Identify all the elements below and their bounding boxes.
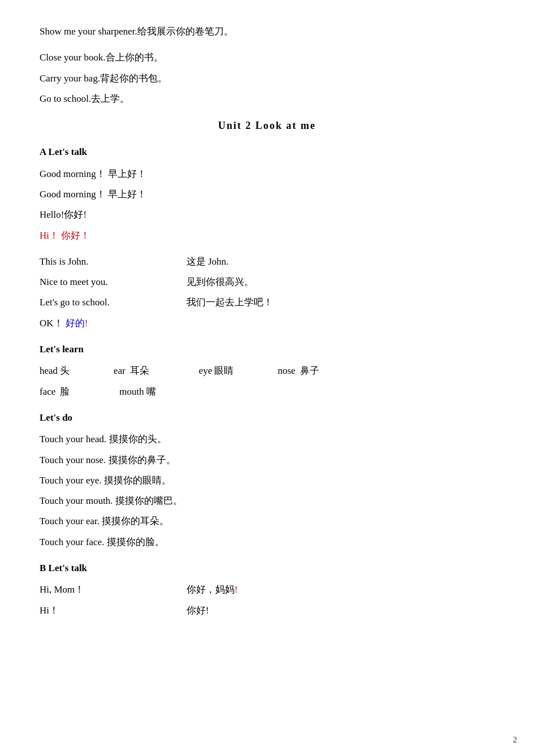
lets-go-zh: 我们一起去上学吧！ (186, 297, 273, 308)
this-is-zh: 这是 John. (186, 256, 229, 267)
touch-ear-zh: 摸摸你的耳朵。 (102, 516, 169, 526)
line-this-is: This is John. 这是 John. (40, 253, 494, 271)
touch-mouth-en: Touch your mouth. (40, 495, 113, 506)
line-touch-eye: Touch your eye. 摸摸你的眼睛。 (40, 472, 494, 490)
carry-bag-text: Carry your bag.背起你的书包。 (40, 73, 167, 84)
touch-nose-en: Touch your nose. (40, 455, 106, 465)
nice-to-left: Nice to meet you. (40, 273, 186, 291)
hi2-left: Hi！ (40, 602, 186, 620)
touch-head-en: Touch your head. (40, 434, 106, 444)
nice-to-right: 见到你很高兴。 (186, 273, 494, 291)
section-lets-do: Let's do (40, 409, 494, 427)
line-touch-ear: Touch your ear. 摸摸你的耳朵。 (40, 512, 494, 530)
lets-go-left: Let's go to school. (40, 293, 186, 312)
hi-mom-left: Hi, Mom！ (40, 581, 186, 599)
gm1-zh: 早上好！ (108, 169, 146, 179)
go-school-text: Go to school.去上学。 (40, 93, 129, 104)
line-carry-bag: Carry your bag.背起你的书包。 (40, 70, 494, 88)
line-lets-go: Let's go to school. 我们一起去上学吧！ (40, 293, 494, 312)
hi2-zh: 你好! (186, 605, 209, 616)
line-hello: Hello!你好! (40, 206, 494, 224)
line-hi-mom: Hi, Mom！ 你好，妈妈! (40, 581, 494, 599)
content-area: Show me your sharpener.给我展示你的卷笔刀。 Close … (40, 23, 494, 620)
hi-zh: 你好！ (61, 230, 90, 241)
line-nice-to-meet: Nice to meet you. 见到你很高兴。 (40, 273, 494, 291)
line-touch-head: Touch your head. 摸摸你的头。 (40, 430, 494, 448)
touch-eye-zh: 摸摸你的眼睛。 (104, 475, 171, 486)
hi2-en: Hi！ (40, 605, 59, 616)
hi2-right: 你好! (186, 602, 494, 620)
touch-eye-en: Touch your eye. (40, 475, 102, 486)
hi-mom-en: Hi, Mom！ (40, 584, 84, 595)
this-is-en: This is John. (40, 256, 88, 267)
head-zh: 头 (60, 362, 70, 380)
face-en: face (40, 383, 55, 401)
ok-en: OK！ (40, 318, 63, 329)
touch-mouth-zh: 摸摸你的嘴巴。 (115, 495, 183, 506)
vocab-nose: nose 鼻子 (277, 362, 319, 380)
line-hi2: Hi！ 你好! (40, 602, 494, 620)
unit-title: Unit 2 Look at me (40, 116, 494, 135)
lets-go-en: Let's go to school. (40, 297, 110, 308)
section-b-lets-talk: B Let's talk (40, 559, 494, 577)
nose-zh-text: 鼻子 (300, 362, 319, 380)
vocab-eye: eye 眼睛 (199, 362, 234, 380)
sharpener-text: Show me your sharpener.给我展示你的卷笔刀。 (40, 26, 233, 37)
this-is-right: 这是 John. (186, 253, 494, 271)
ok-zh: 好的 (66, 318, 85, 329)
this-is-left: This is John. (40, 253, 186, 271)
line-hi: Hi！ 你好！ (40, 227, 494, 245)
face-zh-text: 脸 (60, 383, 70, 401)
line-go-school: Go to school.去上学。 (40, 90, 494, 108)
line-touch-face: Touch your face. 摸摸你的脸。 (40, 533, 494, 551)
page: Show me your sharpener.给我展示你的卷笔刀。 Close … (0, 0, 534, 756)
vocab-face: face 脸 (40, 383, 70, 401)
eye-zh: 眼睛 (214, 362, 233, 380)
touch-face-en: Touch your face. (40, 537, 104, 547)
line-touch-mouth: Touch your mouth. 摸摸你的嘴巴。 (40, 492, 494, 510)
section-a-lets-talk: A Let's talk (40, 143, 494, 161)
gm2-zh: 早上好！ (108, 189, 146, 200)
ok-zh2: ! (85, 318, 88, 329)
vocab-head: head 头 (40, 362, 70, 380)
ear-en: ear (114, 362, 125, 380)
eye-en: eye (199, 362, 212, 380)
touch-ear-en: Touch your ear. (40, 516, 99, 526)
vocab-ear: ear 耳朵 (114, 362, 149, 380)
mouth-en: mouth (119, 383, 144, 401)
lets-go-right: 我们一起去上学吧！ (186, 293, 494, 312)
gm1-en: Good morning！ (40, 169, 106, 179)
mouth-zh: 嘴 (146, 383, 156, 401)
vocab-line-2: face 脸 mouth 嘴 (40, 383, 494, 401)
section-lets-learn: Let's learn (40, 340, 494, 358)
hello-text: Hello!你好! (40, 209, 86, 220)
line-good-morning-1: Good morning！ 早上好！ (40, 165, 494, 183)
hi-en: Hi！ (40, 230, 59, 241)
line-ok: OK！ 好的! (40, 314, 494, 332)
hi-mom-zh: 你好，妈妈 (186, 584, 235, 595)
nose-en: nose (277, 362, 295, 380)
vocab-mouth: mouth 嘴 (119, 383, 155, 401)
unit-title-text: Unit 2 Look at me (218, 120, 316, 131)
page-number: 2 (513, 735, 518, 745)
touch-nose-zh: 摸摸你的鼻子。 (108, 455, 176, 465)
hi-mom-zh2: ! (235, 584, 238, 595)
nice-to-zh: 见到你很高兴。 (186, 277, 254, 287)
line-sharpener: Show me your sharpener.给我展示你的卷笔刀。 (40, 23, 494, 41)
line-close-book: Close your book.合上你的书。 (40, 49, 494, 67)
vocab-line-1: head 头 ear 耳朵 eye 眼睛 nose 鼻子 (40, 362, 494, 380)
line-touch-nose: Touch your nose. 摸摸你的鼻子。 (40, 451, 494, 469)
touch-face-zh: 摸摸你的脸。 (107, 537, 164, 547)
head-en: head (40, 362, 58, 380)
close-book-text: Close your book.合上你的书。 (40, 52, 163, 63)
line-good-morning-2: Good morning！ 早上好！ (40, 185, 494, 204)
ear-zh-text: 耳朵 (130, 362, 149, 380)
nice-to-en: Nice to meet you. (40, 277, 108, 287)
gm2-en: Good morning！ (40, 189, 106, 200)
touch-head-zh-text: 摸摸你的头。 (109, 434, 167, 444)
hi-mom-right: 你好，妈妈! (186, 581, 494, 599)
